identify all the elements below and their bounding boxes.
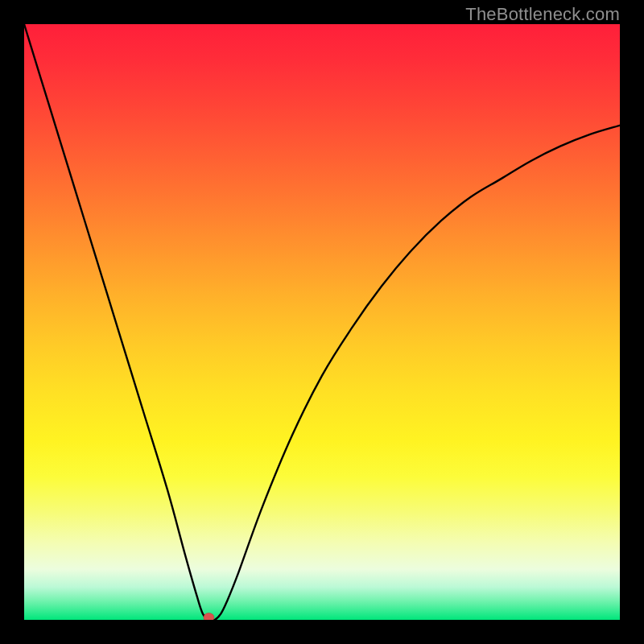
- curve-layer: [24, 24, 620, 620]
- watermark-text: TheBottleneck.com: [465, 4, 620, 25]
- bottleneck-curve: [24, 24, 620, 620]
- chart-frame: TheBottleneck.com: [0, 0, 644, 644]
- plot-area: [24, 24, 620, 620]
- optimal-point-marker: [204, 613, 214, 621]
